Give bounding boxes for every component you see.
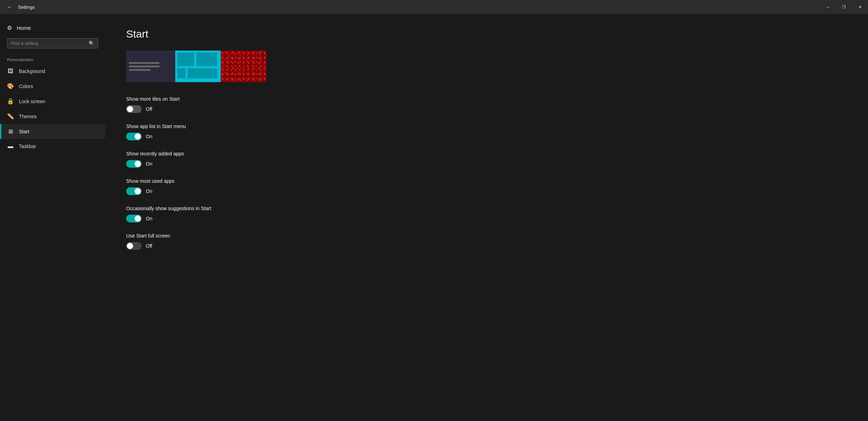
preview-tile-4 <box>187 68 217 79</box>
background-icon: 🖼 <box>7 68 14 74</box>
preview-line-3 <box>129 69 151 71</box>
toggle-app-list[interactable] <box>126 133 142 140</box>
restore-button[interactable]: ❐ <box>836 0 852 14</box>
setting-label-most-used: Show most used apps <box>126 178 847 184</box>
toggle-more-tiles[interactable] <box>126 105 142 113</box>
sidebar: ⚙ Home 🔍 Personalization 🖼 Background 🎨 … <box>0 14 105 421</box>
preview-line-2 <box>129 66 159 67</box>
preview-tile-3 <box>177 68 186 79</box>
toggle-state-full-screen: Off <box>146 243 152 249</box>
setting-label-suggestions: Occasionally show suggestions in Start <box>126 206 847 211</box>
sidebar-item-label: Taskbar <box>19 143 36 149</box>
setting-label-app-list: Show app list in Start menu <box>126 123 847 129</box>
toggle-row-most-used: On <box>126 187 847 195</box>
toggle-state-app-list: On <box>146 134 152 139</box>
preview-left-panel <box>126 51 175 82</box>
toggle-state-suggestions: On <box>146 216 152 221</box>
preview-right-panel <box>221 51 266 82</box>
toggle-state-most-used: On <box>146 188 152 194</box>
toggle-knob-app-list <box>135 133 141 140</box>
sidebar-item-label: Start <box>19 129 29 134</box>
sidebar-section-label: Personalization <box>0 55 105 64</box>
preview-center-panel <box>175 51 221 82</box>
setting-recently-added: Show recently added apps On <box>126 151 847 168</box>
start-icon: ⊞ <box>7 128 14 135</box>
toggle-knob-most-used <box>135 188 141 194</box>
toggle-full-screen[interactable] <box>126 242 142 250</box>
setting-full-screen: Use Start full screen Off <box>126 233 847 250</box>
preview-dots <box>221 51 266 82</box>
toggle-row-full-screen: Off <box>126 242 847 250</box>
sidebar-item-colors[interactable]: 🎨 Colors <box>0 79 105 94</box>
setting-most-used: Show most used apps On <box>126 178 847 195</box>
sidebar-item-label: Lock screen <box>19 99 45 104</box>
home-icon: ⚙ <box>7 25 12 31</box>
setting-label-more-tiles: Show more tiles on Start <box>126 96 847 102</box>
search-input[interactable] <box>11 41 89 46</box>
toggle-row-app-list: On <box>126 133 847 140</box>
toggle-row-suggestions: On <box>126 215 847 222</box>
toggle-knob-full-screen <box>127 243 133 249</box>
search-box: 🔍 <box>7 38 98 48</box>
window-controls: ─ ❐ ✕ <box>820 0 868 14</box>
start-preview <box>126 51 266 82</box>
minimize-button[interactable]: ─ <box>820 0 836 14</box>
sidebar-item-lock-screen[interactable]: 🔒 Lock screen <box>0 94 105 109</box>
setting-label-recently-added: Show recently added apps <box>126 151 847 156</box>
preview-tile-1 <box>177 52 194 66</box>
taskbar-icon: ▬ <box>7 143 14 149</box>
toggle-knob-suggestions <box>135 215 141 222</box>
toggle-recently-added[interactable] <box>126 160 142 168</box>
lock-icon: 🔒 <box>7 98 14 105</box>
toggle-knob-recently-added <box>135 161 141 167</box>
search-icon: 🔍 <box>89 41 94 46</box>
preview-tile-2 <box>196 52 217 66</box>
titlebar: ← Settings ─ ❐ ✕ <box>0 0 868 14</box>
sidebar-item-home[interactable]: ⚙ Home <box>0 21 105 35</box>
sidebar-item-themes[interactable]: ✏️ Themes <box>0 109 105 124</box>
page-title: Start <box>126 28 847 40</box>
sidebar-item-label: Background <box>19 68 45 74</box>
toggle-row-more-tiles: Off <box>126 105 847 113</box>
themes-icon: ✏️ <box>7 113 14 120</box>
toggle-most-used[interactable] <box>126 187 142 195</box>
home-label: Home <box>17 25 31 31</box>
toggle-state-recently-added: On <box>146 161 152 167</box>
content-area: Start Show more tiles on Start <box>105 14 868 421</box>
back-button[interactable]: ← <box>4 2 15 12</box>
setting-more-tiles: Show more tiles on Start Off <box>126 96 847 113</box>
sidebar-item-start[interactable]: ⊞ Start <box>0 124 105 139</box>
sidebar-item-taskbar[interactable]: ▬ Taskbar <box>0 139 105 154</box>
toggle-state-more-tiles: Off <box>146 106 152 112</box>
close-button[interactable]: ✕ <box>852 0 868 14</box>
setting-app-list: Show app list in Start menu On <box>126 123 847 140</box>
titlebar-title: Settings <box>18 5 35 10</box>
sidebar-item-label: Themes <box>19 114 37 119</box>
toggle-suggestions[interactable] <box>126 215 142 222</box>
preview-line-1 <box>129 62 159 64</box>
sidebar-item-label: Colors <box>19 83 33 89</box>
back-icon: ← <box>7 4 12 10</box>
toggle-row-recently-added: On <box>126 160 847 168</box>
setting-suggestions: Occasionally show suggestions in Start O… <box>126 206 847 222</box>
sidebar-item-background[interactable]: 🖼 Background <box>0 64 105 79</box>
setting-label-full-screen: Use Start full screen <box>126 233 847 239</box>
main-layout: ⚙ Home 🔍 Personalization 🖼 Background 🎨 … <box>0 14 868 421</box>
toggle-knob-more-tiles <box>127 106 133 112</box>
colors-icon: 🎨 <box>7 83 14 89</box>
